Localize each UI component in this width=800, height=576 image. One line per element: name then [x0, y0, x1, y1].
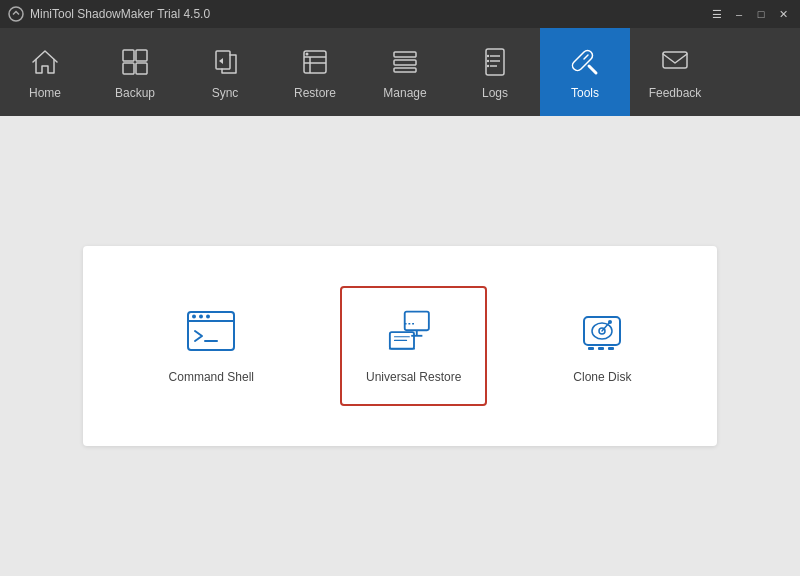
title-bar: MiniTool ShadowMaker Trial 4.5.0 ☰ – □ ✕	[0, 0, 800, 28]
svg-rect-44	[598, 347, 604, 350]
svg-rect-43	[588, 347, 594, 350]
main-content: Command Shell	[0, 116, 800, 576]
menu-button[interactable]: ☰	[708, 5, 726, 23]
maximize-button[interactable]: □	[752, 5, 770, 23]
minimize-button[interactable]: –	[730, 5, 748, 23]
tools-panel: Command Shell	[83, 246, 718, 446]
svg-point-27	[206, 315, 210, 319]
window-controls: ☰ – □ ✕	[708, 5, 792, 23]
svg-rect-14	[486, 49, 504, 75]
clone-disk-icon	[574, 308, 630, 358]
app-logo	[8, 6, 24, 22]
svg-point-25	[192, 315, 196, 319]
svg-rect-4	[136, 63, 147, 74]
nav-label-backup: Backup	[115, 86, 155, 100]
nav-item-restore[interactable]: Restore	[270, 28, 360, 116]
nav-label-feedback: Feedback	[649, 86, 702, 100]
tools-icon	[567, 44, 603, 80]
window-title: MiniTool ShadowMaker Trial 4.5.0	[30, 7, 708, 21]
nav-item-tools[interactable]: Tools	[540, 28, 630, 116]
svg-point-10	[306, 53, 309, 56]
svg-rect-45	[608, 347, 614, 350]
tool-label-clone-disk: Clone Disk	[573, 370, 631, 384]
manage-icon	[387, 44, 423, 80]
close-button[interactable]: ✕	[774, 5, 792, 23]
svg-rect-29	[404, 312, 428, 331]
feedback-icon	[657, 44, 693, 80]
svg-rect-1	[123, 50, 134, 61]
nav-item-feedback[interactable]: Feedback	[630, 28, 720, 116]
nav-label-restore: Restore	[294, 86, 336, 100]
tool-label-command-shell: Command Shell	[169, 370, 254, 384]
svg-point-26	[199, 315, 203, 319]
svg-point-20	[487, 65, 489, 67]
universal-restore-icon	[386, 308, 442, 358]
backup-icon	[117, 44, 153, 80]
restore-icon	[297, 44, 333, 80]
nav-label-sync: Sync	[212, 86, 239, 100]
home-icon	[27, 44, 63, 80]
tool-label-universal-restore: Universal Restore	[366, 370, 461, 384]
svg-point-19	[487, 60, 489, 62]
sync-icon	[207, 44, 243, 80]
nav-item-sync[interactable]: Sync	[180, 28, 270, 116]
svg-rect-3	[123, 63, 134, 74]
nav-item-backup[interactable]: Backup	[90, 28, 180, 116]
nav-label-home: Home	[29, 86, 61, 100]
svg-rect-13	[394, 68, 416, 72]
svg-rect-22	[663, 52, 687, 68]
svg-rect-11	[394, 52, 416, 57]
svg-line-21	[584, 55, 588, 59]
svg-rect-12	[394, 60, 416, 65]
command-shell-icon	[183, 308, 239, 358]
navigation-bar: Home Backup Sync	[0, 28, 800, 116]
tool-item-command-shell[interactable]: Command Shell	[143, 286, 280, 406]
nav-label-tools: Tools	[571, 86, 599, 100]
nav-item-logs[interactable]: Logs	[450, 28, 540, 116]
nav-item-home[interactable]: Home	[0, 28, 90, 116]
tool-item-clone-disk[interactable]: Clone Disk	[547, 286, 657, 406]
nav-label-manage: Manage	[383, 86, 426, 100]
logs-icon	[477, 44, 513, 80]
nav-label-logs: Logs	[482, 86, 508, 100]
nav-item-manage[interactable]: Manage	[360, 28, 450, 116]
svg-point-0	[9, 7, 23, 21]
svg-point-41	[608, 320, 612, 324]
svg-point-18	[487, 55, 489, 57]
tool-item-universal-restore[interactable]: Universal Restore	[340, 286, 487, 406]
svg-rect-2	[136, 50, 147, 61]
